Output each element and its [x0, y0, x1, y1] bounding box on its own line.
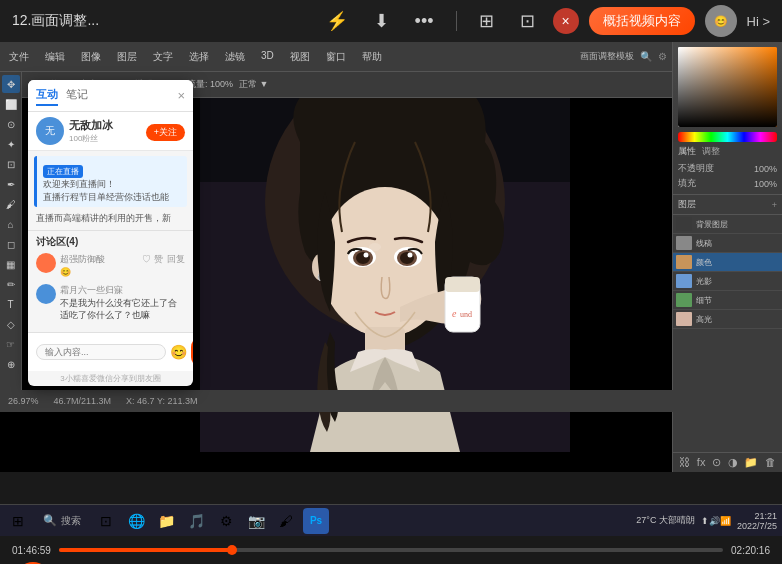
avatar: 😊 — [705, 5, 737, 37]
paint-icon[interactable]: 🖌 — [273, 508, 299, 534]
tool-magic-wand[interactable]: ✦ — [2, 135, 20, 153]
chat-user-row: 无 无敌加冰 100粉丝 +关注 — [28, 112, 193, 151]
properties-tab[interactable]: 属性 — [678, 145, 696, 158]
menu-file[interactable]: 文件 — [5, 48, 33, 66]
more-button[interactable]: ••• — [407, 7, 442, 36]
tool-lasso[interactable]: ⊙ — [2, 115, 20, 133]
start-button[interactable]: ⊞ — [5, 508, 31, 534]
svg-point-19 — [369, 243, 381, 251]
tool-shape[interactable]: ◇ — [2, 315, 20, 333]
comment-item: 超强防御酸 😊 ♡ 赞 回复 — [36, 253, 185, 279]
tool-pen[interactable]: ✏ — [2, 275, 20, 293]
chat-username: 无敌加冰 — [69, 118, 113, 133]
ps-left-toolbar: ✥ ⬜ ⊙ ✦ ⊡ ✒ 🖌 ⌂ ◻ ▦ ✏ T ◇ ☞ ⊕ — [0, 72, 22, 412]
menu-3d[interactable]: 3D — [257, 48, 278, 66]
comment-text: 不是我为什么没有它还上了合适吃了你什么了？也嘛 — [60, 298, 185, 321]
menu-select[interactable]: 选择 — [185, 48, 213, 66]
layer-style-button[interactable]: fx — [697, 456, 706, 469]
tab-live[interactable]: 互动 — [36, 85, 58, 106]
summarize-button[interactable]: 概括视频内容 — [589, 7, 695, 35]
layers-label: 图层 — [678, 198, 696, 211]
layer-item[interactable]: 高光 — [673, 310, 782, 329]
adjustment-layer-button[interactable]: ◑ — [728, 456, 738, 469]
color-picker[interactable]: R:255 G:107 B:53 — [673, 42, 782, 142]
browser-icon[interactable]: 🌐 — [123, 508, 149, 534]
commenter-avatar — [36, 284, 56, 304]
menu-filter[interactable]: 滤镜 — [221, 48, 249, 66]
layers-panel: 图层 + 背景图层 线稿 颜色 光影 细节 — [673, 195, 782, 452]
media-icon[interactable]: 🎵 — [183, 508, 209, 534]
layer-mask-button[interactable]: ⊙ — [712, 456, 721, 469]
add-layer-button[interactable]: + — [772, 200, 777, 210]
follow-button[interactable]: +关注 — [146, 124, 185, 141]
panel-search-icon[interactable]: 🔍 — [640, 51, 652, 62]
layer-item[interactable]: 颜色 — [673, 253, 782, 272]
comment-input[interactable] — [36, 344, 166, 360]
tool-crop[interactable]: ⊡ — [2, 155, 20, 173]
date-display: 2022/7/25 — [737, 521, 777, 531]
live-badge: 正在直播 — [43, 165, 83, 178]
tool-hand[interactable]: ☞ — [2, 335, 20, 353]
layer-item[interactable]: 细节 — [673, 291, 782, 310]
layer-item[interactable]: 背景图层 — [673, 215, 782, 234]
svg-point-10 — [364, 253, 369, 258]
tool-eyedropper[interactable]: ✒ — [2, 175, 20, 193]
tool-clone[interactable]: ⌂ — [2, 215, 20, 233]
send-button[interactable]: 发送 — [191, 337, 193, 367]
status-bar: 26.97% 46.7M/211.3M X: 46.7 Y: 211.3M — [0, 390, 782, 412]
link-layers-button[interactable]: ⛓ — [679, 456, 690, 469]
like-button[interactable]: ♡ 赞 — [142, 253, 163, 266]
chat-header: 互动 笔记 × — [28, 80, 193, 112]
toolbar-mode[interactable]: 正常 ▼ — [239, 78, 268, 91]
menu-layer[interactable]: 图层 — [113, 48, 141, 66]
comments-section: 讨论区(4) 超强防御酸 😊 ♡ 赞 回复 霜月六一些归寐 不是我为什么没有它还… — [28, 230, 193, 332]
panel-config-icon[interactable]: ⚙ — [658, 51, 667, 62]
photo-icon[interactable]: 📷 — [243, 508, 269, 534]
tool-move[interactable]: ✥ — [2, 75, 20, 93]
page-title: 12.画面调整... — [12, 12, 308, 30]
svg-point-14 — [408, 253, 413, 258]
search-taskbar[interactable]: 🔍 搜索 — [35, 508, 89, 534]
comments-header: 讨论区(4) — [36, 235, 185, 249]
menu-image[interactable]: 图像 — [77, 48, 105, 66]
menu-edit[interactable]: 编辑 — [41, 48, 69, 66]
tool-brush[interactable]: 🖌 — [2, 195, 20, 213]
reply-button[interactable]: 回复 — [167, 253, 185, 266]
layer-item[interactable]: 光影 — [673, 272, 782, 291]
menu-text[interactable]: 文字 — [149, 48, 177, 66]
ps-menubar: 文件 编辑 图像 图层 文字 选择 滤镜 3D 视图 窗口 帮助 画面调整模板 … — [0, 42, 672, 72]
tab-note[interactable]: 笔记 — [66, 85, 88, 106]
share-button[interactable]: ⚡ — [318, 6, 356, 36]
taskview-button[interactable]: ⊡ — [93, 508, 119, 534]
delete-layer-button[interactable]: 🗑 — [765, 456, 776, 469]
menu-view[interactable]: 视图 — [286, 48, 314, 66]
layer-item[interactable]: 线稿 — [673, 234, 782, 253]
current-time: 01:46:59 — [12, 545, 51, 556]
welcome-text: 欢迎来到直播间！ 直播行程节目单经营你违话也能 — [43, 178, 181, 203]
emoji-button[interactable]: 😊 — [170, 344, 187, 360]
ps-icon[interactable]: Ps — [303, 508, 329, 534]
explorer-icon[interactable]: 📁 — [153, 508, 179, 534]
group-layer-button[interactable]: 📁 — [744, 456, 758, 469]
menu-help[interactable]: 帮助 — [358, 48, 386, 66]
adjustments-tab[interactable]: 调整 — [702, 145, 720, 158]
comment-text: 😊 — [60, 267, 138, 279]
welcome-message: 正在直播 欢迎来到直播间！ 直播行程节目单经营你违话也能 — [34, 156, 187, 207]
tool-eraser[interactable]: ◻ — [2, 235, 20, 253]
tool-gradient[interactable]: ▦ — [2, 255, 20, 273]
chat-close-button[interactable]: × — [177, 88, 185, 103]
chat-avatar: 无 — [36, 117, 64, 145]
tool-select-rect[interactable]: ⬜ — [2, 95, 20, 113]
toolbar-flow[interactable]: 流量: 100% — [187, 78, 233, 91]
hi-label[interactable]: Hi > — [747, 14, 770, 29]
pip-button[interactable]: ⊡ — [512, 6, 543, 36]
settings-icon[interactable]: ⚙ — [213, 508, 239, 534]
tool-text[interactable]: T — [2, 295, 20, 313]
progress-bar[interactable] — [59, 548, 723, 552]
close-button[interactable]: × — [553, 8, 579, 34]
tool-zoom[interactable]: ⊕ — [2, 355, 20, 373]
download-button[interactable]: ⬇ — [366, 6, 397, 36]
follower-count: 100粉丝 — [69, 133, 113, 144]
menu-window[interactable]: 窗口 — [322, 48, 350, 66]
screen-mode-button[interactable]: ⊞ — [471, 6, 502, 36]
